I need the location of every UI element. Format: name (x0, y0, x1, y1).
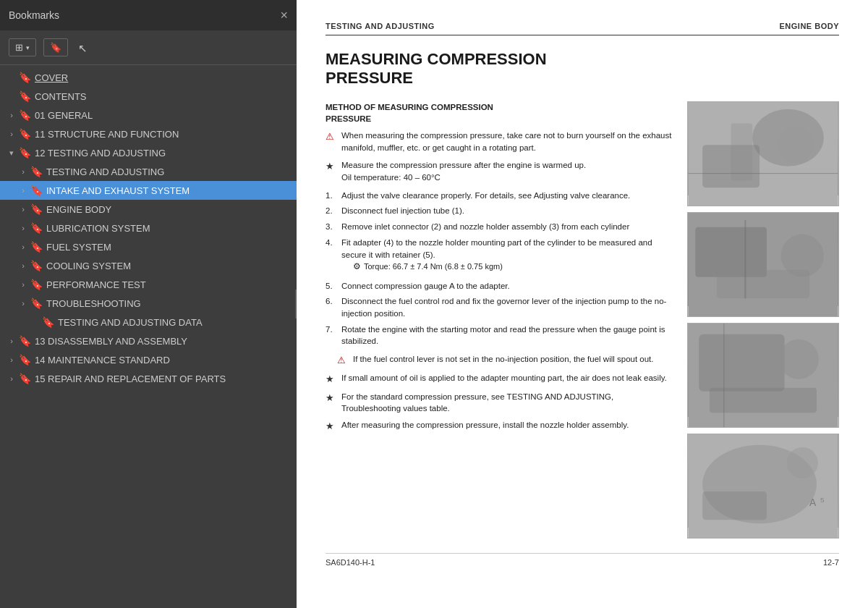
star-icon-4: ★ (326, 420, 337, 434)
star-text-4: After measuring the compression pressure… (341, 419, 629, 431)
expand-arrow-troubleshooting (17, 299, 29, 308)
sidebar-label-testing-adjusting-sub: TESTING AND ADJUSTING (46, 166, 291, 177)
warning-box-2: ⚠ If the fuel control lever is not set i… (337, 353, 673, 368)
engine-image-4: A 5 BZ1CP204 (687, 434, 839, 539)
expand-arrow-01-general (6, 111, 17, 119)
cursor-pointer: ↖ (78, 42, 90, 54)
torque-spec: ⚙ Torque: 66.7 ± 7.4 Nm (6.8 ± 0.75 kgm) (353, 261, 673, 273)
sidebar-close-button[interactable]: × (280, 9, 288, 22)
doc-footer-right: 12-7 (823, 558, 839, 567)
expand-arrow-12-testing (6, 148, 17, 158)
sidebar-label-14-maintenance: 14 MAINTENANCE STANDARD (35, 355, 291, 366)
main-content: TESTING AND ADJUSTING ENGINE BODY MEASUR… (297, 0, 868, 608)
bookmark-icon-12-testing: 🔖 (19, 147, 30, 159)
step-7: 7. Rotate the engine with the starting m… (326, 324, 673, 347)
grid-icon: ⊞ (15, 42, 23, 53)
svg-rect-19 (702, 491, 767, 520)
warning-text-1: When measuring the compression pressure,… (341, 130, 673, 153)
sidebar-item-14-maintenance[interactable]: 🔖14 MAINTENANCE STANDARD (0, 350, 297, 369)
sidebar-label-engine-body: ENGINE BODY (46, 204, 291, 215)
doc-header-right: ENGINE BODY (779, 22, 839, 30)
doc-text-column: METHOD OF MEASURING COMPRESSIONPRESSURE … (326, 101, 673, 539)
expand-arrow-15-repair (6, 374, 17, 383)
grid-view-button[interactable]: ⊞ ▾ (9, 38, 36, 56)
sidebar-item-cover[interactable]: 🔖COVER (0, 68, 297, 87)
star-icon-1: ★ (326, 160, 337, 174)
warning-box-1: ⚠ When measuring the compression pressur… (326, 130, 673, 153)
svg-point-18 (787, 447, 818, 478)
engine-image-2: BZ1CP202 (687, 212, 839, 317)
star-box-3: ★ For the standard compression pressure,… (326, 391, 673, 415)
sidebar-tree: 🔖COVER🔖CONTENTS🔖01 GENERAL🔖11 STRUCTURE … (0, 65, 297, 608)
svg-point-3 (778, 127, 813, 162)
bookmark-icon-lubrication: 🔖 (30, 222, 42, 234)
step-1: 1. Adjust the valve clearance properly. … (326, 190, 673, 202)
bookmark-icon-engine-body: 🔖 (30, 203, 42, 215)
sidebar-item-12-testing[interactable]: 🔖12 TESTING AND ADJUSTING (0, 143, 297, 162)
sidebar-item-engine-body[interactable]: 🔖ENGINE BODY (0, 200, 297, 219)
svg-rect-9 (717, 270, 809, 298)
star-box-1: ★ Measure the compression pressure after… (326, 159, 673, 183)
svg-rect-14 (710, 388, 817, 413)
expand-arrow-intake-exhaust (17, 186, 29, 195)
sidebar-item-testing-adjusting-sub[interactable]: 🔖TESTING AND ADJUSTING (0, 162, 297, 181)
bookmark-icon-testing-data: 🔖 (42, 316, 54, 328)
engine-svg-2 (688, 213, 838, 316)
sidebar-collapse-button[interactable]: ‹ (295, 290, 297, 318)
sidebar-item-13-disassembly[interactable]: 🔖13 DISASSEMBLY AND ASSEMBLY (0, 332, 297, 350)
svg-point-13 (779, 339, 819, 379)
svg-rect-4 (731, 123, 753, 180)
star-text-1: Measure the compression pressure after t… (341, 161, 586, 169)
section-title: METHOD OF MEASURING COMPRESSIONPRESSURE (326, 101, 673, 125)
step-4: 4. Fit adapter (4) to the nozzle holder … (326, 237, 673, 276)
svg-rect-12 (699, 334, 784, 392)
bookmark-icon-01-general: 🔖 (19, 109, 30, 121)
expand-arrow-performance-test (17, 280, 29, 289)
sidebar-label-cooling-system: COOLING SYSTEM (46, 261, 291, 271)
bookmark-icon-11-structure: 🔖 (19, 128, 30, 140)
sidebar-item-testing-data[interactable]: 🔖TESTING AND ADJUSTING DATA (0, 313, 297, 332)
doc-header-left: TESTING AND ADJUSTING (326, 22, 435, 30)
step-list: 1. Adjust the valve clearance properly. … (326, 190, 673, 347)
bookmark-icon-cooling-system: 🔖 (30, 260, 42, 271)
doc-body: METHOD OF MEASURING COMPRESSIONPRESSURE … (326, 101, 839, 539)
sidebar-label-cover: COVER (35, 72, 291, 83)
warning-icon-2: ⚠ (337, 354, 349, 368)
sidebar-item-fuel-system[interactable]: 🔖FUEL SYSTEM (0, 237, 297, 256)
bookmark-icon-cover: 🔖 (19, 72, 30, 83)
svg-text:5: 5 (820, 495, 825, 503)
svg-rect-7 (695, 227, 767, 277)
sidebar-item-11-structure[interactable]: 🔖11 STRUCTURE AND FUNCTION (0, 124, 297, 143)
sidebar-label-12-testing: 12 TESTING AND ADJUSTING (35, 148, 291, 159)
sidebar-item-contents[interactable]: 🔖CONTENTS (0, 87, 297, 106)
sidebar-item-cooling-system[interactable]: 🔖COOLING SYSTEM (0, 256, 297, 275)
bookmark-view-button[interactable]: 🔖 (43, 38, 68, 56)
sidebar-item-lubrication[interactable]: 🔖LUBRICATION SYSTEM (0, 219, 297, 237)
sidebar-label-testing-data: TESTING AND ADJUSTING DATA (58, 317, 291, 328)
bookmark-icon-contents: 🔖 (19, 90, 30, 102)
sidebar-label-troubleshooting: TROUBLESHOOTING (46, 298, 291, 309)
sidebar-label-contents: CONTENTS (35, 91, 291, 102)
warning-text-2: If the fuel control lever is not set in … (353, 353, 654, 366)
bookmark-icon-testing-adjusting-sub: 🔖 (30, 166, 42, 177)
bookmark-icon: 🔖 (50, 42, 61, 53)
expand-arrow-lubrication (17, 224, 29, 232)
engine-svg-3 (688, 324, 838, 427)
sidebar-item-troubleshooting[interactable]: 🔖TROUBLESHOOTING (0, 294, 297, 313)
bookmark-icon-performance-test: 🔖 (30, 279, 42, 290)
sidebar-item-15-repair[interactable]: 🔖15 REPAIR AND REPLACEMENT OF PARTS (0, 369, 297, 388)
expand-arrow-13-disassembly (6, 337, 17, 345)
bookmark-icon-fuel-system: 🔖 (30, 241, 42, 253)
star-icon-3: ★ (326, 392, 337, 405)
sidebar-item-intake-exhaust[interactable]: 🔖INTAKE AND EXHAUST SYSTEM (0, 181, 297, 200)
engine-svg-1 (688, 102, 838, 206)
sidebar-item-performance-test[interactable]: 🔖PERFORMANCE TEST (0, 275, 297, 294)
step-6: 6. Disconnect the fuel control rod and f… (326, 295, 673, 319)
star-text-1b: Oil temperature: 40 – 60°C (341, 173, 441, 182)
expand-arrow-fuel-system (17, 242, 29, 251)
sidebar: Bookmarks × ⊞ ▾ 🔖 ↖ 🔖COVER🔖CONTENTS🔖01 G… (0, 0, 297, 608)
doc-title: MEASURING COMPRESSIONPRESSURE (326, 50, 839, 88)
sidebar-item-01-general[interactable]: 🔖01 GENERAL (0, 106, 297, 124)
document-page: TESTING AND ADJUSTING ENGINE BODY MEASUR… (297, 0, 868, 608)
engine-image-3: BZ1CP203 (687, 323, 839, 428)
